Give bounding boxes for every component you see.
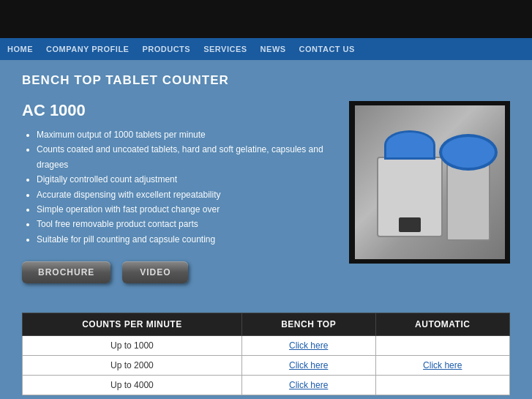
auto-cell	[375, 376, 510, 395]
table-row: Up to 1000Click here	[23, 336, 510, 356]
machine-bowl-left	[384, 130, 435, 160]
nav-contact-us[interactable]: CONTACT US	[299, 45, 355, 53]
feature-item: Simple operation with fast product chang…	[37, 202, 334, 217]
navigation-bar: HOME COMPANY PROFILE PRODUCTS SERVICES N…	[0, 38, 532, 60]
brochure-button[interactable]: BROCHURE	[22, 261, 110, 283]
button-row: BROCHURE VIDEO	[22, 261, 334, 283]
machine-bowl-right	[439, 134, 498, 171]
feature-item: Suitable for pill counting and capsule c…	[37, 232, 334, 247]
product-image-box	[349, 101, 510, 264]
product-section: AC 1000 Maximum output of 1000 tablets p…	[22, 101, 510, 283]
machine-right	[446, 153, 490, 241]
main-content: BENCH TOP TABLET COUNTER AC 1000 Maximum…	[0, 60, 532, 298]
table-header-cell: BENCH TOP	[241, 313, 375, 336]
header-logo-bar	[0, 0, 532, 38]
table-header-cell: AUTOMATIC	[375, 313, 510, 336]
counts-table: COUNTS PER MINUTEBENCH TOPAUTOMATIC Up t…	[22, 313, 510, 395]
feature-item: Tool free removable product contact part…	[37, 217, 334, 231]
nav-services[interactable]: SERVICES	[203, 45, 247, 53]
product-info: AC 1000 Maximum output of 1000 tablets p…	[22, 101, 334, 283]
product-features-list: Maximum output of 1000 tablets per minut…	[22, 127, 334, 247]
nav-home[interactable]: HOME	[7, 45, 33, 53]
bench-cell[interactable]: Click here	[241, 336, 375, 356]
page-title: BENCH TOP TABLET COUNTER	[22, 73, 510, 88]
machine-left	[377, 157, 443, 237]
machine-display	[399, 217, 421, 232]
table-body: Up to 1000Click hereUp to 2000Click here…	[23, 336, 510, 395]
table-header-cell: COUNTS PER MINUTE	[23, 313, 242, 336]
product-name: AC 1000	[22, 101, 334, 120]
product-image	[355, 105, 505, 259]
counts-cell: Up to 1000	[23, 336, 242, 356]
feature-item: Counts coated and uncoated tablets, hard…	[37, 142, 334, 172]
table-section: COUNTS PER MINUTEBENCH TOPAUTOMATIC Up t…	[0, 313, 532, 395]
table-row: Up to 2000Click hereClick here	[23, 356, 510, 376]
counts-cell: Up to 4000	[23, 376, 242, 395]
table-row: Up to 4000Click here	[23, 376, 510, 395]
auto-cell	[375, 336, 510, 356]
table-header: COUNTS PER MINUTEBENCH TOPAUTOMATIC	[23, 313, 510, 336]
bench-cell[interactable]: Click here	[241, 376, 375, 395]
counts-cell: Up to 2000	[23, 356, 242, 376]
nav-news[interactable]: NEWS	[261, 45, 286, 53]
nav-products[interactable]: PRODUCTS	[142, 45, 190, 53]
video-button[interactable]: VIDEO	[122, 261, 188, 283]
auto-cell[interactable]: Click here	[375, 356, 510, 376]
nav-company-profile[interactable]: COMPANY PROFILE	[46, 45, 129, 53]
bench-cell[interactable]: Click here	[241, 356, 375, 376]
feature-item: Maximum output of 1000 tablets per minut…	[37, 127, 334, 142]
feature-item: Digitally controlled count adjustment	[37, 172, 334, 187]
feature-item: Accurate dispensing with excellent repea…	[37, 187, 334, 202]
